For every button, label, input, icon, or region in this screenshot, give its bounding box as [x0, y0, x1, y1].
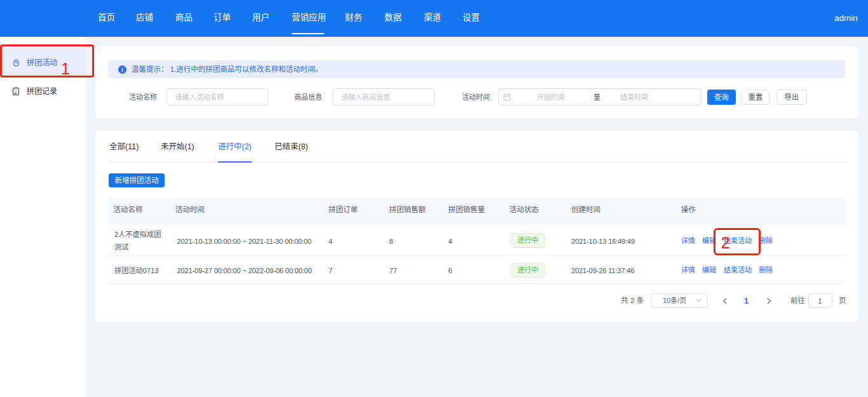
svg-text:i: i [121, 66, 123, 72]
